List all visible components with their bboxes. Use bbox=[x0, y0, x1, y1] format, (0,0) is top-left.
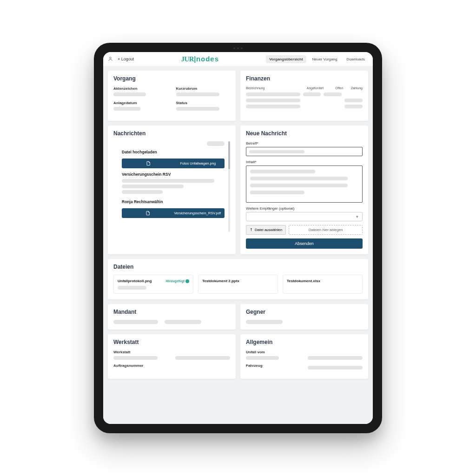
card-nachrichten: Nachrichten Datei hochgeladen Fotos Unfa… bbox=[108, 126, 236, 254]
tablet-device-frame: × Logout JUR|nodes Vorgangsübersicht Neu… bbox=[94, 43, 382, 433]
label-anlagedatum: Anlagedatum bbox=[113, 101, 168, 105]
attachment-chip[interactable]: Fotos Unfallwagen.png bbox=[122, 159, 225, 168]
card-dateien: Dateien Unfallprotokoll.png Hinzugefügt … bbox=[108, 259, 368, 299]
label-betreff: Betreff* bbox=[246, 141, 363, 145]
tab-new[interactable]: Neuer Vorgang bbox=[309, 55, 341, 63]
message-item: Ronja Rechtsanwältin Versicherungsschein… bbox=[122, 199, 225, 218]
skeleton bbox=[176, 93, 219, 96]
message-title: Ronja Rechtsanwältin bbox=[122, 199, 225, 204]
card-allgemein: Allgemein Unfall vom Fahrzeug bbox=[240, 334, 368, 379]
file-tag: Hinzugefügt bbox=[166, 279, 189, 283]
tab-overview[interactable]: Vorgangsübersicht bbox=[266, 55, 306, 63]
label-fahrzeug: Fahrzeug bbox=[246, 364, 301, 368]
label-kurzrubrum: Kurzrubrum bbox=[176, 86, 231, 91]
label-werkstatt: Werkstatt bbox=[113, 350, 169, 354]
input-betreff[interactable] bbox=[246, 147, 363, 156]
card-title: Allgemein bbox=[246, 339, 363, 345]
message-date bbox=[207, 141, 225, 146]
card-title: Vorgang bbox=[113, 75, 230, 82]
logo: JUR|nodes bbox=[138, 55, 262, 63]
card-werkstatt: Werkstatt Werkstatt Auftragsnummer bbox=[108, 334, 236, 379]
attachment-chip[interactable]: Versicherungsschein_RSV.pdf bbox=[122, 208, 225, 218]
table-row bbox=[246, 93, 363, 96]
finance-table-header: Bezeichnung Angefordert Offen Zahlung bbox=[246, 86, 363, 90]
tab-downloads[interactable]: Downloads bbox=[343, 55, 368, 63]
content-area: Vorgang Aktenzeichen Kurzrubrum Anlageda… bbox=[103, 66, 373, 424]
document-icon bbox=[126, 161, 172, 166]
label-status: Status bbox=[176, 101, 231, 105]
card-gegner: Gegner bbox=[240, 304, 368, 330]
file-select-button[interactable]: ⤒ Datei auswählen bbox=[246, 225, 286, 235]
label-auftragsnummer: Auftragsnummer bbox=[113, 364, 230, 368]
card-vorgang: Vorgang Aktenzeichen Kurzrubrum Anlageda… bbox=[108, 71, 236, 121]
file-name: Testdokument.xlsx bbox=[287, 279, 320, 283]
skeleton bbox=[113, 107, 140, 111]
nav-tabs: Vorgangsübersicht Neuer Vorgang Download… bbox=[266, 55, 368, 63]
label-aktenzeichen: Aktenzeichen bbox=[113, 86, 168, 91]
label-empfaenger: Weitere Empfänger (optional) bbox=[246, 206, 363, 211]
card-title: Mandant bbox=[113, 309, 230, 315]
message-title: Datei hochgeladen bbox=[122, 150, 225, 154]
upload-icon: ⤒ bbox=[250, 228, 253, 232]
logout-link[interactable]: × Logout bbox=[118, 57, 134, 61]
message-list[interactable]: Datei hochgeladen Fotos Unfallwagen.png … bbox=[113, 141, 226, 232]
file-item[interactable]: Testdokument 2.pptx bbox=[198, 275, 278, 294]
table-row bbox=[246, 105, 363, 108]
table-row bbox=[246, 99, 363, 102]
card-title: Neue Nachricht bbox=[246, 130, 363, 137]
submit-button[interactable]: Absenden bbox=[246, 238, 363, 249]
file-drop-zone[interactable]: Dateien hier ablegen bbox=[289, 225, 363, 235]
skeleton bbox=[176, 107, 219, 111]
card-title: Nachrichten bbox=[113, 130, 230, 137]
message-item: Datei hochgeladen Fotos Unfallwagen.png bbox=[122, 150, 225, 168]
message-body bbox=[122, 179, 225, 196]
screen: × Logout JUR|nodes Vorgangsübersicht Neu… bbox=[103, 52, 373, 424]
file-name: Testdokument 2.pptx bbox=[202, 279, 239, 283]
card-mandant: Mandant bbox=[108, 304, 236, 330]
card-title: Werkstatt bbox=[113, 339, 230, 345]
label-inhalt: Inhalt* bbox=[246, 160, 363, 164]
message-title: Versicherungsschein RSV bbox=[122, 172, 225, 177]
check-icon bbox=[185, 279, 189, 283]
select-empfaenger[interactable]: ▾ bbox=[246, 212, 363, 221]
scrollbar-thumb[interactable] bbox=[228, 141, 230, 169]
tablet-camera bbox=[230, 47, 246, 49]
card-neue-nachricht: Neue Nachricht Betreff* Inhalt* Weitere … bbox=[240, 126, 368, 254]
card-finanzen: Finanzen Bezeichnung Angefordert Offen Z… bbox=[240, 71, 368, 121]
skeleton bbox=[118, 286, 146, 290]
user-icon[interactable] bbox=[108, 56, 113, 62]
card-title: Dateien bbox=[113, 264, 363, 270]
textarea-inhalt[interactable] bbox=[246, 165, 363, 203]
label-unfall-vom: Unfall vom bbox=[246, 350, 301, 354]
file-name: Unfallprotokoll.png bbox=[118, 279, 152, 283]
scrollbar[interactable] bbox=[228, 141, 230, 232]
file-item[interactable]: Testdokument.xlsx bbox=[283, 275, 363, 294]
file-item[interactable]: Unfallprotokoll.png Hinzugefügt bbox=[113, 275, 193, 294]
card-title: Finanzen bbox=[246, 75, 363, 82]
skeleton bbox=[113, 93, 146, 96]
message-item: Versicherungsschein RSV bbox=[122, 172, 225, 196]
document-icon bbox=[126, 211, 170, 216]
svg-point-0 bbox=[110, 57, 112, 59]
topbar: × Logout JUR|nodes Vorgangsübersicht Neu… bbox=[103, 52, 373, 66]
card-title: Gegner bbox=[246, 309, 363, 315]
